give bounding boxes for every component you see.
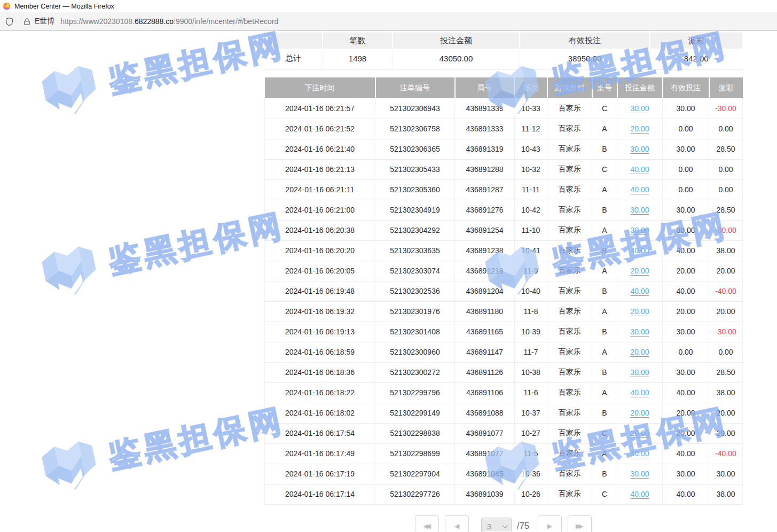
- cell-order-id: 521302301976: [375, 301, 455, 322]
- cell-valid-bet: 40.00: [663, 240, 709, 261]
- cell-valid-bet: 40.00: [663, 443, 709, 464]
- table-row: 2024-01-16 06:21:13 521302305433 4368912…: [265, 159, 743, 179]
- cell-order-id: 521302299149: [375, 403, 455, 423]
- bet-amount-link[interactable]: 40.00: [630, 388, 649, 397]
- cell-payout: 28.50: [709, 139, 743, 159]
- summary-valid-bet-value: 38950.00: [520, 49, 650, 69]
- cell-round-id: 436891072: [455, 443, 515, 464]
- first-page-button[interactable]: ◀◀: [415, 515, 439, 532]
- cell-bet-amount: 40.00: [617, 443, 663, 464]
- bet-amount-link[interactable]: 20.00: [630, 409, 649, 417]
- bet-amount-link[interactable]: 40.00: [630, 490, 649, 498]
- url-text[interactable]: https://www20230108.6822888.co:9900/infe…: [60, 17, 278, 26]
- cell-valid-bet: 40.00: [663, 382, 709, 403]
- cell-bet-time: 2024-01-16 06:17:49: [265, 443, 375, 464]
- cell-table-no: B: [592, 139, 617, 159]
- bet-amount-link[interactable]: 30.00: [630, 206, 649, 214]
- table-row: 2024-01-16 06:17:49 521302298699 4368910…: [265, 443, 743, 464]
- cell-table-no: B: [592, 464, 617, 484]
- cell-round-id: 436891254: [455, 220, 515, 240]
- cell-order-id: 521302305360: [375, 179, 455, 200]
- cell-round-id: 436891276: [455, 200, 515, 220]
- bet-amount-link[interactable]: 20.00: [630, 307, 649, 316]
- bet-amount-link[interactable]: 40.00: [630, 185, 649, 194]
- bet-amount-link[interactable]: 30.00: [630, 145, 649, 153]
- bet-amount-link[interactable]: 20.00: [630, 267, 649, 275]
- last-page-button[interactable]: ▶▶: [568, 515, 592, 532]
- summary-total-label: 总计: [264, 49, 323, 69]
- cell-order-id: 521302303635: [375, 240, 455, 261]
- summary-header-blank: [264, 33, 323, 49]
- browser-urlbar[interactable]: E世博 https://www20230108.6822888.co:9900/…: [0, 12, 777, 31]
- bet-amount-link[interactable]: 40.00: [630, 449, 649, 458]
- cell-payout: 20.00: [709, 423, 743, 443]
- watermark-logo: [33, 55, 107, 124]
- bet-amount-link[interactable]: 30.00: [630, 226, 649, 234]
- cell-session: 11-8: [515, 301, 547, 322]
- table-row: 2024-01-16 06:21:52 521302306758 4368913…: [265, 119, 743, 139]
- prev-page-button[interactable]: ◀: [445, 515, 469, 532]
- cell-valid-bet: 30.00: [663, 362, 709, 382]
- cell-bet-amount: 30.00: [617, 200, 663, 220]
- summary-count-value: 1498: [323, 49, 393, 69]
- cell-bet-amount: 40.00: [617, 382, 663, 403]
- bet-amount-link[interactable]: 20.00: [630, 348, 649, 356]
- cell-valid-bet: 30.00: [663, 322, 709, 342]
- cell-session: 10-36: [515, 464, 547, 484]
- cell-bet-time: 2024-01-16 06:20:38: [265, 220, 375, 240]
- cell-session: 10-38: [515, 362, 547, 382]
- cell-valid-bet: 30.00: [663, 139, 709, 159]
- cell-valid-bet: 20.00: [663, 403, 709, 423]
- cell-bet-time: 2024-01-16 06:17:14: [265, 484, 375, 504]
- cell-payout: 38.00: [709, 240, 743, 261]
- bet-amount-link[interactable]: 30.00: [630, 470, 649, 478]
- site-identity-label[interactable]: E世博: [35, 17, 54, 26]
- cell-round-id: 436891088: [455, 403, 515, 423]
- cell-session: 10-43: [515, 139, 547, 159]
- cell-order-id: 521302300960: [375, 342, 455, 362]
- cell-game-type: 百家乐: [547, 484, 592, 504]
- bet-amount-link[interactable]: 40.00: [630, 246, 649, 255]
- cell-session: 10-37: [515, 403, 547, 423]
- cell-valid-bet: 20.00: [663, 301, 709, 322]
- cell-valid-bet: 0.00: [663, 342, 709, 362]
- bet-amount-link[interactable]: 40.00: [630, 287, 649, 295]
- cell-round-id: 436891147: [455, 342, 515, 362]
- bet-amount-link[interactable]: 20.00: [630, 124, 649, 133]
- cell-order-id: 521302305433: [375, 159, 455, 179]
- lock-icon[interactable]: [23, 18, 31, 26]
- cell-bet-amount: 40.00: [617, 484, 663, 504]
- summary-header-valid-bet: 有效投注: [520, 33, 650, 49]
- bet-amount-link[interactable]: 30.00: [630, 104, 649, 113]
- double-right-arrow-icon: ▶▶: [576, 522, 581, 530]
- table-row: 2024-01-16 06:21:57 521302306943 4368913…: [265, 98, 743, 119]
- cell-round-id: 436891333: [455, 119, 515, 139]
- bet-amount-link[interactable]: 30.00: [630, 327, 649, 336]
- cell-table-no: A: [592, 382, 617, 403]
- bet-amount-link[interactable]: 30.00: [630, 368, 649, 377]
- bet-amount-link[interactable]: 40.00: [630, 165, 649, 174]
- tracking-shield-icon[interactable]: [5, 17, 14, 26]
- cell-payout: -40.00: [709, 443, 743, 464]
- cell-table-no: A: [592, 179, 617, 200]
- cell-bet-amount: 40.00: [617, 179, 663, 200]
- cell-session: 10-41: [515, 240, 547, 261]
- cell-order-id: 521302306943: [375, 98, 455, 119]
- cell-order-id: 521302306365: [375, 139, 455, 159]
- table-row: 2024-01-16 06:20:05 521302303074 4368912…: [265, 261, 743, 281]
- watermark: 鉴黑担保网: [33, 31, 290, 125]
- page-select-dropdown[interactable]: 3: [481, 518, 512, 532]
- cell-payout: 0.00: [709, 342, 743, 362]
- cell-bet-time: 2024-01-16 06:21:52: [265, 119, 375, 139]
- header-bet-time: 下注时间: [265, 77, 375, 98]
- cell-order-id: 521302299796: [375, 382, 455, 403]
- cell-bet-time: 2024-01-16 06:18:36: [265, 362, 375, 382]
- next-page-button[interactable]: ▶: [538, 515, 562, 532]
- cell-game-type: 百家乐: [547, 403, 592, 423]
- bet-amount-link[interactable]: 20.00: [630, 429, 649, 437]
- cell-round-id: 436891204: [455, 281, 515, 301]
- cell-session: 11-9: [515, 261, 547, 281]
- cell-bet-amount: 30.00: [617, 98, 663, 119]
- cell-round-id: 436891218: [455, 261, 515, 281]
- cell-bet-amount: 30.00: [617, 362, 663, 382]
